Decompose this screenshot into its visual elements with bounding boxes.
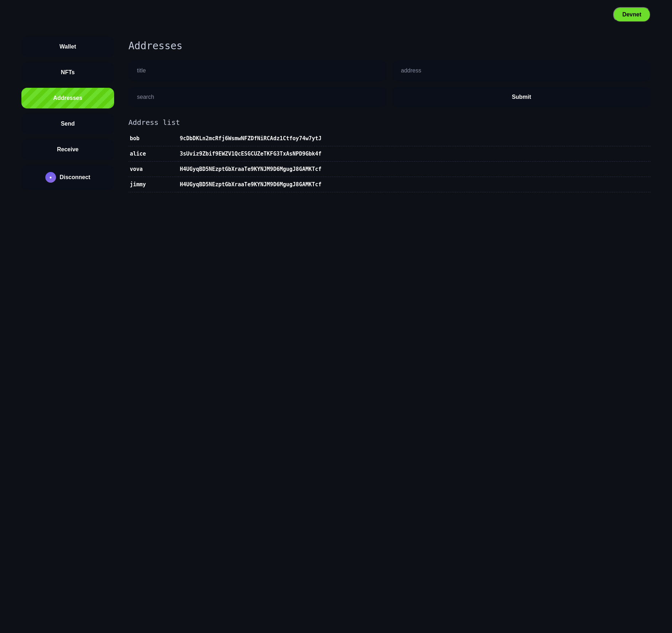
page-title: Addresses — [128, 40, 651, 52]
address-list-title: Address list — [128, 118, 651, 127]
form-bottom-row: Submit — [128, 87, 651, 107]
address-table: bob 9cDbDKLn2mcRfj6WsmwNFZDfNiRCAdz1Ctfo… — [128, 131, 651, 192]
sidebar: Wallet NFTs Addresses Send Receive Disco… — [21, 36, 114, 192]
table-row: alice 3sUviz9Zbif9EWZV1QcESGCUZeTKFG3TxA… — [128, 146, 651, 162]
disconnect-icon — [45, 172, 56, 183]
top-bar: Devnet — [0, 0, 672, 29]
sidebar-item-wallet[interactable]: Wallet — [21, 36, 114, 57]
address-value: 3sUviz9Zbif9EWZV1QcESGCUZeTKFG3TxAsNPD9G… — [178, 146, 651, 162]
form-top-row — [128, 60, 651, 81]
address-value: 9cDbDKLn2mcRfj6WsmwNFZDfNiRCAdz1Ctfoy74w… — [178, 131, 651, 146]
sidebar-item-send[interactable]: Send — [21, 113, 114, 134]
main-layout: Wallet NFTs Addresses Send Receive Disco… — [0, 29, 672, 199]
search-input[interactable] — [128, 87, 387, 107]
submit-button[interactable]: Submit — [392, 87, 651, 107]
devnet-button[interactable]: Devnet — [613, 7, 651, 22]
address-value: H4UGyqBD5NEzptGbXraaTe9KYNJM9D6MgugJ8GAM… — [178, 177, 651, 192]
address-input[interactable] — [392, 60, 651, 81]
sidebar-item-nfts[interactable]: NFTs — [21, 62, 114, 83]
disconnect-button[interactable]: Disconnect — [21, 165, 114, 190]
sidebar-item-addresses[interactable]: Addresses — [21, 88, 114, 108]
address-list-section: Address list bob 9cDbDKLn2mcRfj6WsmwNFZD… — [128, 118, 651, 192]
address-name: alice — [128, 146, 178, 162]
sidebar-item-receive[interactable]: Receive — [21, 139, 114, 160]
address-name: jimmy — [128, 177, 178, 192]
table-row: bob 9cDbDKLn2mcRfj6WsmwNFZDfNiRCAdz1Ctfo… — [128, 131, 651, 146]
title-input[interactable] — [128, 60, 387, 81]
address-name: vova — [128, 162, 178, 177]
content-area: Addresses Submit Address list bob 9cDbDK… — [128, 36, 651, 192]
address-name: bob — [128, 131, 178, 146]
table-row: vova H4UGyqBD5NEzptGbXraaTe9KYNJM9D6Mgug… — [128, 162, 651, 177]
table-row: jimmy H4UGyqBD5NEzptGbXraaTe9KYNJM9D6Mgu… — [128, 177, 651, 192]
disconnect-label: Disconnect — [60, 174, 90, 181]
address-value: H4UGyqBD5NEzptGbXraaTe9KYNJM9D6MgugJ8GAM… — [178, 162, 651, 177]
